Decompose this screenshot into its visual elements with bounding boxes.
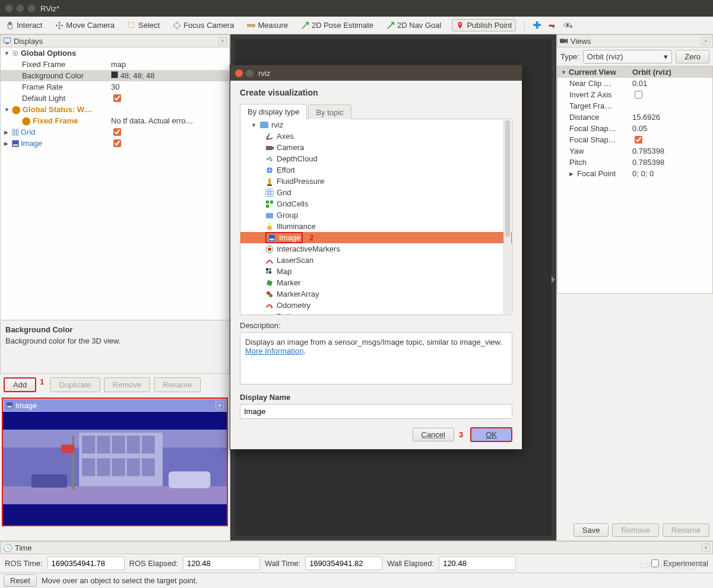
tool-publish-point[interactable]: Publish Point (452, 19, 516, 31)
display-type-item[interactable]: Map (240, 266, 512, 277)
svg-rect-38 (266, 201, 269, 204)
display-type-item[interactable]: GridCells (240, 198, 512, 209)
dialog-close-icon[interactable] (235, 69, 243, 77)
dialog-titlebar[interactable]: rviz (230, 65, 522, 81)
reset-button[interactable]: Reset (4, 574, 37, 587)
display-type-item[interactable]: MarkerArray (240, 288, 512, 300)
description-panel: Background Color Background color for th… (0, 320, 230, 374)
close-icon[interactable]: × (702, 37, 710, 45)
ros-elapsed-field[interactable] (183, 557, 260, 570)
display-type-item[interactable]: DepthCloud (240, 153, 512, 164)
annotation-marker: 1 (40, 377, 44, 392)
tab-by-display-type[interactable]: By display type (240, 104, 307, 119)
experimental-checkbox[interactable] (651, 560, 659, 567)
arrow-green-icon (301, 21, 309, 30)
displays-tree[interactable]: ▼Global Options Fixed Framemap Backgroun… (0, 47, 230, 320)
dialog-min-icon[interactable] (246, 69, 253, 77)
zero-button[interactable]: Zero (676, 50, 709, 63)
close-icon[interactable]: × (218, 37, 227, 45)
folder-icon (260, 122, 268, 128)
display-name-input[interactable] (240, 404, 512, 419)
ok-button[interactable]: OK (470, 427, 512, 442)
tool-move-camera[interactable]: Move Camera (53, 20, 117, 31)
view-property-row[interactable]: Near Clip …0.01 (557, 78, 712, 89)
view-property-row[interactable]: Distance15.6926 (557, 112, 712, 123)
display-type-item[interactable]: Camera (240, 142, 512, 153)
window-close-icon[interactable] (5, 4, 13, 12)
display-type-item[interactable]: Effort (240, 164, 512, 176)
wall-elapsed-label: Wall Elapsed: (387, 559, 434, 568)
view-property-row[interactable]: Focal Shap…0.05 (557, 123, 712, 134)
tool-nav-goal[interactable]: 2D Nav Goal (384, 20, 443, 31)
display-type-item[interactable]: Axes (240, 131, 512, 142)
remove-button[interactable]: Remove (104, 377, 150, 392)
display-type-item[interactable]: FluidPressure (240, 176, 512, 187)
display-type-item[interactable]: Group (240, 209, 512, 221)
display-type-item[interactable]: Marker (240, 277, 512, 288)
close-icon[interactable]: × (216, 401, 224, 409)
image-display (3, 412, 227, 525)
view-property-row[interactable]: Yaw0.785398 (557, 145, 712, 157)
display-type-item[interactable]: Illuminance (240, 221, 512, 232)
ros-time-field[interactable] (47, 557, 125, 570)
type-icon (265, 256, 274, 265)
remove-view-button[interactable]: Remove (612, 523, 658, 537)
view-property-row[interactable]: Pitch0.785398 (557, 157, 712, 168)
close-icon[interactable]: × (702, 543, 710, 552)
displays-panel-header: Displays × (0, 34, 230, 47)
remove-display-icon[interactable]: ━▾ (549, 21, 555, 30)
tool-interact[interactable]: Interact (4, 20, 45, 31)
grid-enable-checkbox[interactable] (113, 128, 121, 136)
view-property-row[interactable]: Target Fra… (557, 100, 712, 112)
svg-rect-5 (5, 43, 8, 44)
dock-handle-right[interactable] (552, 276, 557, 300)
duplicate-button[interactable]: Duplicate (50, 377, 100, 392)
add-display-icon[interactable]: ✚ (533, 20, 541, 31)
cancel-button[interactable]: Cancel (413, 428, 454, 441)
svg-rect-28 (560, 39, 565, 43)
display-type-item[interactable]: Image2 (240, 232, 512, 243)
wall-elapsed-field[interactable] (439, 557, 516, 570)
save-view-button[interactable]: Save (573, 523, 609, 537)
svg-rect-18 (82, 458, 95, 476)
display-type-item[interactable]: InteractiveMarkers (240, 243, 512, 255)
rename-button[interactable]: Rename (154, 377, 201, 392)
view-property-row[interactable]: ▶Focal Point0; 0; 0 (557, 168, 712, 179)
view-type-combo[interactable]: Orbit (rviz)▾ (583, 50, 672, 63)
display-type-item[interactable]: Odometry (240, 300, 512, 311)
view-property-row[interactable]: Focal Shap… (557, 134, 712, 145)
display-type-item[interactable]: LaserScan (240, 255, 512, 266)
default-light-checkbox[interactable] (113, 94, 121, 102)
tool-measure[interactable]: Measure (245, 20, 290, 31)
move-icon (55, 21, 64, 30)
type-icon (265, 268, 274, 276)
window-minimize-icon[interactable] (16, 4, 24, 12)
image-enable-checkbox[interactable] (113, 139, 121, 147)
tool-select[interactable]: Select (125, 20, 162, 31)
tab-by-topic[interactable]: By topic (308, 104, 351, 120)
views-properties[interactable]: ▼Current ViewOrbit (rviz) Near Clip …0.0… (557, 66, 713, 294)
svg-rect-20 (112, 458, 125, 476)
display-type-item[interactable]: Path (240, 311, 512, 315)
display-type-item[interactable]: Grid (240, 187, 512, 198)
scrollbar[interactable] (503, 120, 511, 314)
more-info-link[interactable]: More Information (245, 347, 303, 355)
type-icon (265, 290, 274, 298)
rename-view-button[interactable]: Rename (663, 523, 709, 537)
tool-focus-camera[interactable]: Focus Camera (170, 20, 236, 31)
dialog-heading: Create visualization (240, 88, 512, 97)
wall-time-field[interactable] (305, 557, 382, 570)
visibility-icon[interactable]: 👁▾ (563, 21, 573, 30)
view-property-row[interactable]: Invert Z Axis (557, 89, 712, 100)
add-button[interactable]: Add (4, 377, 36, 392)
svg-rect-16 (127, 436, 140, 453)
svg-point-33 (270, 159, 272, 161)
type-icon (268, 234, 276, 242)
window-maximize-icon[interactable] (27, 4, 36, 12)
main-toolbar: Interact Move Camera Select Focus Camera… (0, 17, 713, 34)
type-icon (265, 155, 274, 163)
display-type-tree[interactable]: ▼rviz AxesCameraDepthCloudEffortFluidPre… (240, 119, 512, 315)
svg-point-1 (175, 23, 180, 28)
type-icon (265, 166, 274, 174)
tool-pose-estimate[interactable]: 2D Pose Estimate (299, 20, 376, 31)
